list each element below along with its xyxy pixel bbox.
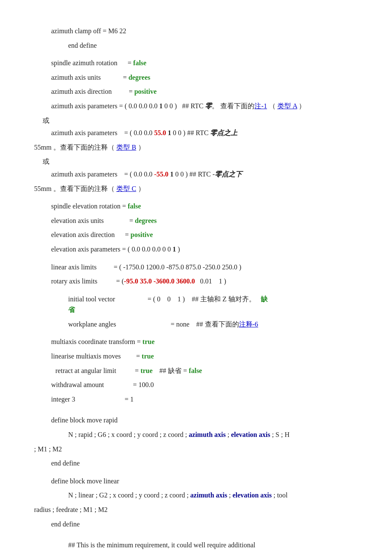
- workplane-angles-label: workplane angles: [68, 321, 116, 328]
- multiaxis-coord-label: multiaxis coordinate transform: [51, 338, 135, 345]
- linearise-label: linearise multiaxis moves: [51, 353, 121, 360]
- elevation-axis-direction-val: positive: [130, 231, 153, 238]
- linearise-line: linearise multiaxis moves = true: [34, 351, 366, 362]
- azimuth-axis-units-val: degrees: [128, 74, 150, 81]
- elevation-axis-units-val: degrees: [135, 217, 157, 224]
- integer3-label: integer 3: [51, 396, 75, 403]
- azimuth-axis-ref-1: azimuth axis: [189, 431, 226, 438]
- initial-tool-vector-line: initial tool vector = ( 0 0 1 ) ## 主轴和 Z…: [34, 294, 366, 315]
- azimuth-axis-units-label: azimuth axis units: [51, 74, 101, 81]
- initial-tool-vector-label: initial tool vector: [68, 295, 115, 303]
- azimuth-params-2-cont: 55mm 。查看下面的注释（ 类型 B ）: [34, 142, 366, 153]
- linearise-val: true: [142, 353, 154, 360]
- define-block-linear-body-2: radius ; feedrate ; M1 ; M2: [34, 504, 366, 515]
- azimuth-axis-direction-label: azimuth axis direction: [51, 88, 112, 95]
- elevation-axis-params-label: elevation axis parameters: [51, 246, 121, 253]
- spindle-elevation-rotation-val: false: [128, 202, 141, 210]
- retract-line: retract at angular limit = true ## 缺省 = …: [34, 365, 366, 376]
- azimuth-axis-params-label-1: azimuth axis parameters: [51, 102, 118, 110]
- azimuth-axis-units-line: azimuth axis units = degrees: [34, 72, 366, 83]
- elevation-axis-units-label: elevation axis units: [51, 217, 104, 224]
- multiaxis-coord-val: true: [142, 338, 154, 345]
- spindle-azimuth-rotation-label: spindle azimuth rotation: [51, 59, 118, 66]
- azimuth-axis-params-line-2: azimuth axis parameters = ( 0.0 0.0 55.0…: [34, 127, 366, 139]
- linear-axis-limits-line: linear axis limits = ( -1750.0 1200.0 -8…: [34, 262, 366, 273]
- spindle-elevation-rotation-line: spindle elevation rotation = false: [34, 201, 366, 212]
- integer3-val: = 1: [124, 396, 133, 403]
- or-line-2: 或: [34, 156, 366, 167]
- retract-label: retract at angular limit: [55, 367, 116, 374]
- azimuth-axis-direction-val: positive: [134, 88, 156, 95]
- rotary-axis-limits-line: rotary axis limits = (-95.0 35.0 -3600.0…: [34, 276, 366, 287]
- end-define-1: end define: [34, 40, 366, 51]
- elevation-axis-ref-1: elevation axis: [231, 431, 270, 438]
- withdrawal-line: withdrawal amount = 100.0: [34, 379, 366, 390]
- retract-default-val: false: [189, 367, 202, 374]
- or-line-1: 或: [34, 115, 366, 126]
- define-block-linear-header: define block move linear: [34, 476, 366, 487]
- type-c-link[interactable]: 类型 C: [116, 185, 136, 192]
- rotary-axis-limits-label: rotary axis limits: [51, 278, 97, 285]
- multiaxis-coord-line: multiaxis coordinate transform = true: [34, 336, 366, 347]
- azimuth-clamp-off-val: M6 22: [108, 27, 126, 35]
- main-content: azimuth clamp off = M6 22 end define spi…: [34, 26, 366, 555]
- elevation-axis-units-line: elevation axis units = degrees: [34, 215, 366, 226]
- azimuth-axis-params-label-3: azimuth axis parameters: [51, 171, 118, 178]
- retract-val: true: [141, 367, 153, 374]
- azimuth-axis-direction-line: azimuth axis direction = positive: [34, 86, 366, 97]
- spindle-azimuth-rotation-line: spindle azimuth rotation = false: [34, 58, 366, 69]
- azimuth-axis-ref-2: azimuth axis: [190, 491, 228, 499]
- withdrawal-label: withdrawal amount: [51, 381, 104, 388]
- azimuth-axis-params-line-1: azimuth axis parameters = ( 0.0 0.0 0.0 …: [34, 101, 366, 112]
- withdrawal-val: = 100.0: [133, 381, 154, 388]
- elevation-axis-params-line: elevation axis parameters = ( 0.0 0.0 0.…: [34, 244, 366, 255]
- integer3-line: integer 3 = 1: [34, 394, 366, 405]
- end-define-3: end define: [34, 519, 366, 530]
- end-define-2: end define: [34, 458, 366, 469]
- azimuth-axis-params-line-3: azimuth axis parameters = ( 0.0 0.0 -55.…: [34, 169, 366, 180]
- elevation-axis-ref-2: elevation axis: [233, 491, 272, 499]
- azimuth-clamp-off-line: azimuth clamp off = M6 22: [34, 26, 366, 37]
- linear-axis-limits-label: linear axis limits: [51, 263, 97, 271]
- note-6-link[interactable]: 注释-6: [239, 321, 258, 328]
- azimuth-clamp-off-label: azimuth clamp off: [51, 27, 101, 35]
- define-block-rapid-body: N ; rapid ; G6 ; x coord ; y coord ; z c…: [34, 429, 366, 440]
- define-block-rapid-body-2: ; M1 ; M2: [34, 444, 366, 455]
- elevation-axis-direction-line: elevation axis direction = positive: [34, 229, 366, 240]
- azimuth-clamp-off-eq: =: [103, 27, 108, 35]
- type-a-link[interactable]: 类型 A: [277, 102, 297, 110]
- note-link-1[interactable]: 注-1: [254, 102, 267, 110]
- elevation-axis-direction-label: elevation axis direction: [51, 231, 115, 238]
- azimuth-axis-params-label-2: azimuth axis parameters: [51, 129, 118, 136]
- type-b-link[interactable]: 类型 B: [116, 144, 136, 151]
- spindle-azimuth-rotation-val: false: [133, 59, 147, 66]
- workplane-angles-line: workplane angles = none ## 查看下面的注释-6: [34, 319, 366, 330]
- final-note: ## This is the minimum requirement, it c…: [34, 540, 366, 551]
- define-block-rapid-header: define block move rapid: [34, 415, 366, 426]
- spindle-elevation-rotation-label: spindle elevation rotation: [51, 202, 121, 210]
- azimuth-params-3-cont: 55mm 。查看下面的注释（ 类型 C ）: [34, 183, 366, 194]
- define-block-linear-body: N ; linear ; G2 ; x coord ; y coord ; z …: [34, 490, 366, 501]
